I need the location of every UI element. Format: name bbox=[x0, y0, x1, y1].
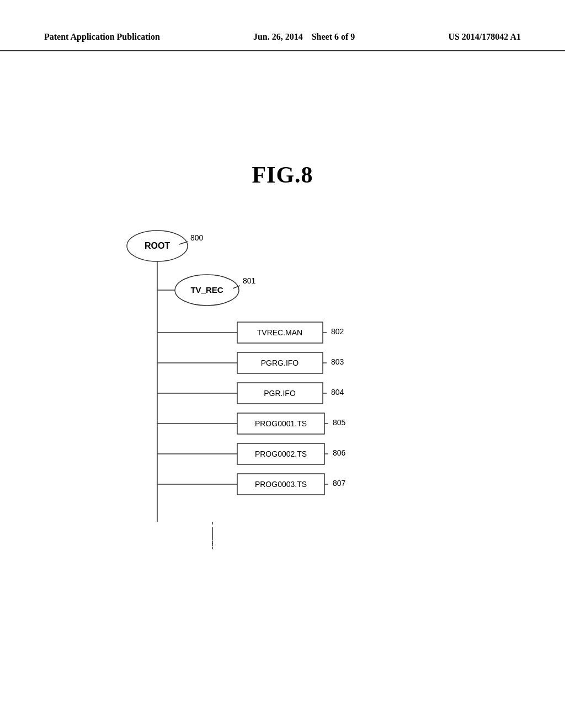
header-publication-label: Patent Application Publication bbox=[44, 30, 160, 44]
date-text: Jun. 26, 2014 bbox=[253, 32, 303, 41]
file6-label: PROG0003.TS bbox=[255, 480, 307, 489]
node-807-label: 807 bbox=[333, 479, 346, 488]
tree-diagram: ROOT 800 TV_REC 801 T bbox=[0, 205, 565, 591]
page-header: Patent Application Publication Jun. 26, … bbox=[0, 0, 565, 51]
node-803-label: 803 bbox=[331, 357, 344, 366]
figure-title: FIG.8 bbox=[0, 162, 565, 188]
file3-label: PGR.IFO bbox=[264, 389, 296, 398]
sheet-text: Sheet 6 of 9 bbox=[312, 32, 355, 41]
node-805-label: 805 bbox=[333, 418, 346, 427]
figure-title-text: FIG.8 bbox=[252, 162, 313, 188]
tv-rec-node-label: TV_REC bbox=[190, 285, 223, 295]
page: Patent Application Publication Jun. 26, … bbox=[0, 0, 565, 728]
node-802-label: 802 bbox=[331, 327, 344, 336]
publication-text: Patent Application Publication bbox=[44, 32, 160, 41]
node-800-label: 800 bbox=[190, 233, 204, 242]
node-804-label: 804 bbox=[331, 388, 344, 397]
file1-label: TVREC.MAN bbox=[257, 328, 302, 337]
diagram-container: ROOT 800 TV_REC 801 T bbox=[0, 205, 565, 591]
node-801-label: 801 bbox=[243, 276, 256, 285]
file5-label: PROG0002.TS bbox=[255, 449, 307, 458]
root-node-label: ROOT bbox=[145, 241, 170, 250]
header-date-sheet: Jun. 26, 2014 Sheet 6 of 9 bbox=[253, 30, 355, 44]
header-patent-number: US 2014/178042 A1 bbox=[448, 30, 521, 44]
file4-label: PROG0001.TS bbox=[255, 419, 307, 428]
file2-label: PGRG.IFO bbox=[261, 358, 299, 367]
patent-number-text: US 2014/178042 A1 bbox=[448, 32, 521, 41]
node-806-label: 806 bbox=[333, 448, 346, 457]
